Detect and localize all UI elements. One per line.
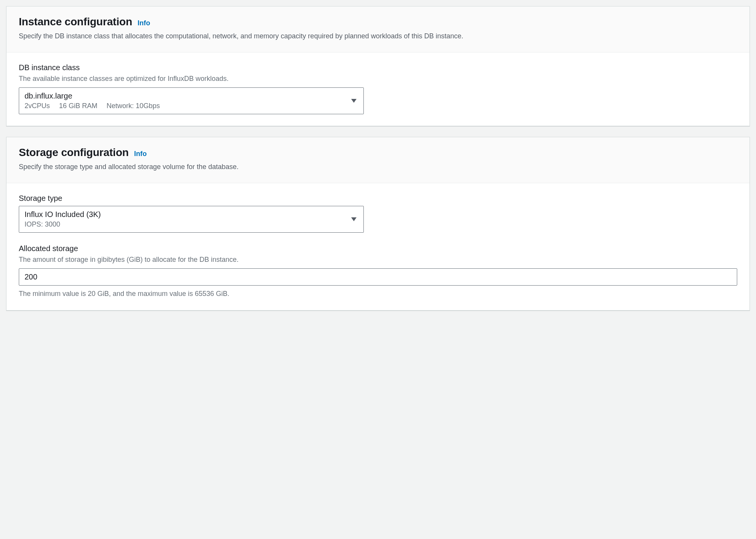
instance-config-title: Instance configuration: [19, 16, 132, 28]
storage-config-header: Storage configuration Info Specify the s…: [7, 137, 749, 183]
instance-config-body: DB instance class The available instance…: [7, 53, 749, 126]
storage-type-iops: IOPS: 3000: [25, 220, 60, 228]
svg-marker-0: [351, 99, 357, 103]
db-instance-class-vcpus: 2vCPUs: [25, 102, 50, 110]
storage-type-field: Storage type Influx IO Included (3K) IOP…: [19, 194, 737, 233]
allocated-storage-help: The minimum value is 20 GiB, and the max…: [19, 289, 737, 299]
storage-config-info-link[interactable]: Info: [134, 150, 147, 158]
svg-marker-1: [351, 217, 357, 221]
db-instance-class-network: Network: 10Gbps: [107, 102, 160, 110]
db-instance-class-select[interactable]: db.influx.large 2vCPUs 16 GiB RAM Networ…: [19, 87, 364, 114]
db-instance-class-selected-name: db.influx.large: [25, 92, 347, 100]
caret-down-icon: [351, 99, 357, 103]
db-instance-class-ram: 16 GiB RAM: [59, 102, 97, 110]
caret-down-icon: [351, 217, 357, 221]
storage-type-select[interactable]: Influx IO Included (3K) IOPS: 3000: [19, 206, 364, 233]
instance-config-header: Instance configuration Info Specify the …: [7, 7, 749, 53]
instance-config-info-link[interactable]: Info: [138, 19, 150, 27]
db-instance-class-label: DB instance class: [19, 63, 737, 72]
instance-configuration-panel: Instance configuration Info Specify the …: [6, 6, 750, 126]
instance-config-description: Specify the DB instance class that alloc…: [19, 31, 737, 41]
allocated-storage-description: The amount of storage in gibibytes (GiB)…: [19, 255, 737, 265]
allocated-storage-label: Allocated storage: [19, 244, 737, 253]
storage-config-body: Storage type Influx IO Included (3K) IOP…: [7, 183, 749, 310]
storage-config-description: Specify the storage type and allocated s…: [19, 162, 737, 172]
allocated-storage-field: Allocated storage The amount of storage …: [19, 244, 737, 299]
db-instance-class-selected-specs: 2vCPUs 16 GiB RAM Network: 10Gbps: [25, 102, 347, 110]
storage-config-title: Storage configuration: [19, 146, 129, 159]
storage-type-label: Storage type: [19, 194, 737, 203]
storage-type-selected-name: Influx IO Included (3K): [25, 210, 347, 219]
storage-configuration-panel: Storage configuration Info Specify the s…: [6, 137, 750, 311]
db-instance-class-description: The available instance classes are optim…: [19, 74, 737, 84]
allocated-storage-input[interactable]: [19, 268, 737, 286]
db-instance-class-field: DB instance class The available instance…: [19, 63, 737, 114]
storage-type-selected-specs: IOPS: 3000: [25, 220, 347, 228]
